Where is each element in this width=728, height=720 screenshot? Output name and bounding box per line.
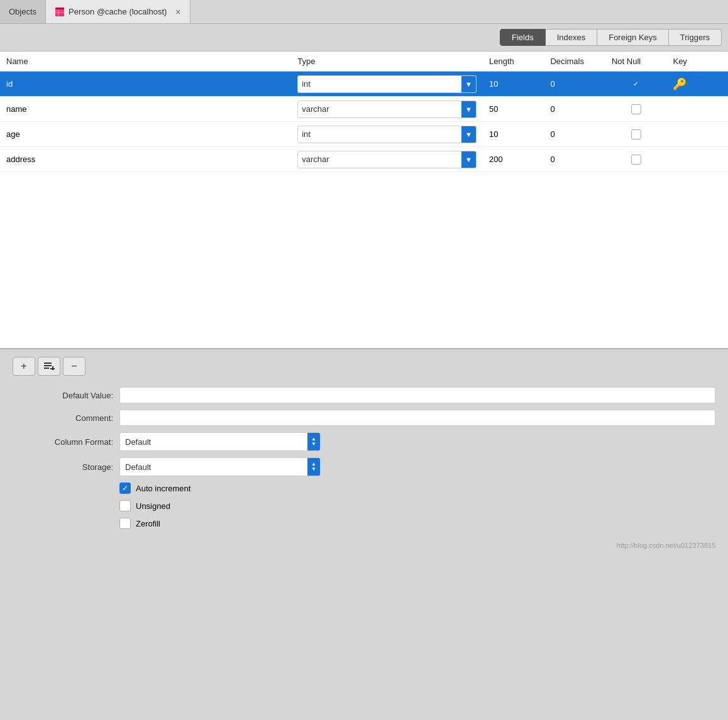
not-null-checkbox[interactable] (631, 79, 641, 89)
not-null-checkbox[interactable] (631, 129, 641, 139)
unsigned-checkbox[interactable] (119, 500, 131, 511)
field-decimals-cell: 0 (544, 122, 605, 147)
svg-rect-6 (44, 365, 52, 366)
field-key-cell (666, 97, 728, 122)
field-notnull-cell[interactable] (605, 122, 667, 147)
field-length-cell: 50 (483, 97, 544, 122)
add-after-button[interactable] (38, 357, 60, 376)
watermark: http://blog.csdn.net/u012373815 (13, 535, 715, 549)
zerofill-checkbox[interactable] (119, 518, 131, 529)
field-length-cell: 200 (483, 147, 544, 172)
add-field-button[interactable]: + (13, 357, 35, 376)
toolbar-tabs: Fields Indexes Foreign Keys Triggers (500, 29, 722, 46)
table-row[interactable]: addressvarchar▼2000 (0, 147, 728, 172)
col-header-type: Type (291, 52, 483, 72)
key-icon: 🔑 (673, 78, 687, 90)
field-length-cell: 10 (483, 72, 544, 97)
field-notnull-cell[interactable] (605, 97, 667, 122)
field-type-cell[interactable]: varchar▼ (291, 147, 483, 172)
chevron-icon: ▼ (465, 80, 472, 88)
table-row[interactable]: namevarchar▼500 (0, 97, 728, 122)
tab-triggers[interactable]: Triggers (669, 29, 722, 46)
not-null-checkbox[interactable] (631, 104, 641, 114)
add-after-icon (43, 361, 55, 372)
objects-tab[interactable]: Objects (0, 0, 46, 23)
storage-value: Default (120, 462, 307, 472)
column-format-row: Column Format: Default ▲ ▼ (13, 432, 715, 451)
type-select-value: int (298, 129, 461, 139)
toolbar: Fields Indexes Foreign Keys Triggers (0, 24, 728, 52)
auto-increment-row: Auto increment (119, 483, 715, 494)
unsigned-label: Unsigned (136, 501, 170, 511)
svg-rect-5 (44, 363, 52, 364)
storage-row: Storage: Default ▲ ▼ (13, 457, 715, 476)
type-dropdown-btn[interactable]: ▼ (461, 126, 476, 143)
field-key-cell (666, 122, 728, 147)
field-length-cell: 10 (483, 122, 544, 147)
column-format-label: Column Format: (13, 437, 113, 447)
close-tab-button[interactable]: × (175, 7, 180, 17)
table-row[interactable]: idint▼100🔑 (0, 72, 728, 97)
storage-select[interactable]: Default ▲ ▼ (119, 457, 321, 476)
field-key-cell (666, 147, 728, 172)
field-name-cell: id (0, 72, 291, 97)
chevron-icon: ▼ (465, 106, 472, 113)
main-content: Name Type Length Decimals Not Null Key i… (0, 52, 728, 349)
comment-row: Comment: (13, 410, 715, 426)
table-row[interactable]: ageint▼100 (0, 122, 728, 147)
objects-tab-label: Objects (9, 7, 36, 16)
action-buttons: + − (13, 357, 715, 376)
field-type-cell[interactable]: varchar▼ (291, 97, 483, 122)
auto-increment-checkbox[interactable] (119, 483, 131, 494)
type-dropdown-btn[interactable]: ▼ (461, 76, 476, 92)
column-format-value: Default (120, 437, 307, 447)
comment-label: Comment: (13, 413, 113, 423)
type-select[interactable]: int▼ (297, 75, 477, 93)
col-header-name: Name (0, 52, 291, 72)
field-type-cell[interactable]: int▼ (291, 72, 483, 97)
field-key-cell: 🔑 (666, 72, 728, 97)
col-header-not-null: Not Null (605, 52, 667, 72)
field-name-cell: name (0, 97, 291, 122)
chevron-down-icon2: ▼ (311, 467, 316, 472)
svg-rect-1 (55, 8, 64, 10)
field-notnull-cell[interactable] (605, 72, 667, 97)
not-null-checkbox[interactable] (631, 155, 641, 165)
type-dropdown-btn[interactable]: ▼ (461, 151, 476, 168)
default-value-label: Default Value: (13, 391, 113, 400)
type-select[interactable]: varchar▼ (297, 101, 477, 118)
column-format-select[interactable]: Default ▲ ▼ (119, 432, 321, 451)
chevron-icon: ▼ (465, 131, 472, 138)
tab-fields[interactable]: Fields (500, 29, 546, 46)
remove-field-button[interactable]: − (63, 357, 85, 376)
tab-indexes[interactable]: Indexes (546, 29, 598, 46)
comment-input[interactable] (119, 410, 715, 426)
chevron-icon: ▼ (465, 156, 472, 163)
field-type-cell[interactable]: int▼ (291, 122, 483, 147)
col-header-decimals: Decimals (544, 52, 605, 72)
svg-rect-9 (50, 368, 55, 369)
field-notnull-cell[interactable] (605, 147, 667, 172)
add-icon: + (21, 361, 26, 372)
field-name-cell: address (0, 147, 291, 172)
column-format-dropdown-btn[interactable]: ▲ ▼ (307, 433, 320, 450)
field-table: Name Type Length Decimals Not Null Key i… (0, 52, 728, 172)
type-dropdown-btn[interactable]: ▼ (461, 101, 476, 117)
empty-area (0, 172, 728, 348)
tab-foreign-keys[interactable]: Foreign Keys (597, 29, 669, 46)
chevron-down-icon: ▼ (311, 442, 316, 447)
bottom-panel: + − Default Value: Comment: Column Forma… (0, 349, 728, 562)
field-decimals-cell: 0 (544, 72, 605, 97)
field-decimals-cell: 0 (544, 97, 605, 122)
type-select[interactable]: varchar▼ (297, 151, 477, 168)
person-tab[interactable]: Person @cache (localhost) × (46, 0, 190, 23)
default-value-row: Default Value: (13, 387, 715, 403)
unsigned-row: Unsigned (119, 500, 715, 511)
table-icon (55, 7, 65, 17)
auto-increment-label: Auto increment (136, 484, 190, 493)
zerofill-label: Zerofill (136, 519, 160, 528)
type-select[interactable]: int▼ (297, 126, 477, 143)
storage-label: Storage: (13, 462, 113, 472)
storage-dropdown-btn[interactable]: ▲ ▼ (307, 458, 320, 476)
default-value-input[interactable] (119, 387, 715, 403)
